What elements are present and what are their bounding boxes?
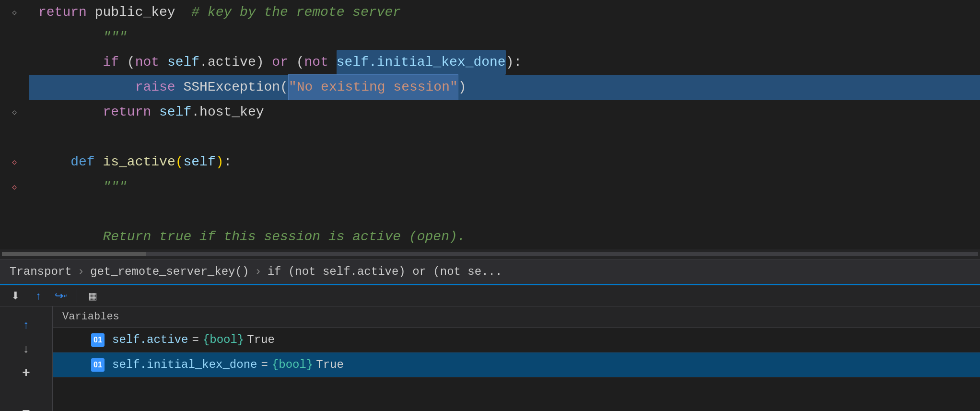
self-ref: self: [167, 50, 199, 75]
var-eq-1: =: [192, 333, 198, 346]
var-type-icon-1: 01: [91, 333, 105, 347]
var-type-icon-2: 01: [91, 358, 105, 372]
code-text: :: [224, 150, 232, 175]
nav-up-button[interactable]: ↑: [17, 315, 36, 334]
string-no-existing-session: "No existing session": [288, 74, 458, 100]
toolbar-separator: [77, 289, 77, 303]
code-line-raise[interactable]: raise SSHException( "No existing session…: [29, 75, 980, 100]
minus-button[interactable]: −: [17, 401, 36, 411]
code-line-def[interactable]: def is_active ( self ) :: [29, 150, 980, 175]
function-name: is_active: [103, 150, 175, 175]
paren-close: ): [216, 150, 224, 175]
code-line-return[interactable]: return public_key # key by the remote se…: [29, 0, 980, 25]
docstring-open2: """: [38, 175, 127, 200]
variables-label: Variables: [62, 311, 119, 323]
breadcrumb-if-condition[interactable]: if (not self.active) or (not se...: [268, 265, 502, 278]
self-param: self: [184, 150, 216, 175]
scrollbar-thumb[interactable]: [2, 252, 146, 256]
debug-panel: ⬇ ↑ ↪↵ ▦ ↑ ↓ + − Variables 01 self.acti: [0, 285, 980, 411]
code-text: [95, 150, 103, 175]
var-eq-2: =: [261, 358, 268, 371]
gutter-bookmark-2: ◇: [0, 100, 29, 125]
editor-area: ◇ ◇ ◇ ◇ return public_key # key by the r…: [0, 0, 980, 284]
breadcrumb-transport[interactable]: Transport: [10, 265, 72, 278]
code-text: .host_key: [191, 100, 264, 125]
code-text: (: [119, 50, 135, 75]
indent: [38, 150, 70, 175]
variables-panel: Variables 01 self.active = {bool} True 0…: [53, 306, 980, 411]
code-text: [328, 50, 337, 75]
variables-view-button[interactable]: ▦: [83, 286, 102, 305]
code-text: public_key: [87, 0, 191, 25]
code-line-docstring1: """: [29, 25, 980, 50]
var-type-1: {bool}: [203, 333, 244, 346]
self-initial-kex-done: self.initial_kex_done: [337, 50, 506, 75]
var-name-1: self.active: [112, 333, 188, 346]
gutter-bookmark-1: ◇: [0, 0, 29, 25]
breadcrumb-sep-1: ›: [78, 265, 84, 278]
add-button[interactable]: +: [17, 363, 36, 382]
debug-content: ↑ ↓ + − Variables 01 self.active = {bool…: [0, 306, 980, 411]
docstring-open: """: [38, 25, 127, 50]
gutter-bookmark-4: ◇: [0, 175, 29, 200]
debug-left-gutter: ↑ ↓ + −: [0, 306, 53, 411]
indent: [38, 100, 103, 125]
keyword-raise: raise: [135, 75, 175, 100]
variables-header: Variables: [53, 306, 980, 328]
var-value-2: True: [316, 358, 344, 371]
scrollbar-track[interactable]: [2, 252, 978, 256]
code-text: SSHException(: [175, 75, 288, 100]
code-container: ◇ ◇ ◇ ◇ return public_key # key by the r…: [0, 0, 980, 249]
code-line-return2[interactable]: return self .host_key: [29, 100, 980, 125]
code-line-blank2: [29, 200, 980, 224]
sidebar-icons: ↑ ↓ + −: [17, 311, 36, 411]
keyword-def: def: [70, 150, 94, 175]
gutter-empty-3: [0, 75, 29, 100]
horizontal-scrollbar[interactable]: [0, 249, 980, 259]
gutter-bookmark-3: ◇: [0, 150, 29, 175]
code-line-if[interactable]: if ( not self .active) or ( not self.ini…: [29, 50, 980, 75]
gutter-empty-4: [0, 125, 29, 150]
code-line-doc-comment: Return true if this session is active (o…: [29, 224, 980, 249]
keyword-return: return: [38, 0, 87, 25]
code-line-blank: [29, 125, 980, 150]
nav-down-button[interactable]: ↓: [17, 339, 36, 358]
var-name-2: self.initial_kex_done: [112, 358, 257, 371]
code-lines[interactable]: return public_key # key by the remote se…: [29, 0, 980, 249]
var-value-1: True: [247, 333, 275, 346]
code-text: (: [288, 50, 304, 75]
paren-open: (: [175, 150, 184, 175]
gutter-empty-6: [0, 224, 29, 249]
comment-text: # key by the remote server: [191, 0, 401, 25]
step-into-button[interactable]: ↪↵: [52, 286, 71, 305]
keyword-if: if: [103, 50, 119, 75]
indent: [38, 75, 135, 100]
code-text: [159, 50, 167, 75]
breadcrumb-get-remote[interactable]: get_remote_server_key(): [90, 265, 249, 278]
gutter-empty-1: [0, 25, 29, 50]
code-text: ):: [506, 50, 522, 75]
debug-toolbar: ⬇ ↑ ↪↵ ▦: [0, 285, 980, 306]
keyword-or: or: [272, 50, 288, 75]
code-text: ): [458, 75, 467, 100]
code-text: .active): [199, 50, 272, 75]
breadcrumb-sep-2: ›: [255, 265, 261, 278]
editor-gutter: ◇ ◇ ◇ ◇: [0, 0, 29, 249]
code-text: [151, 100, 159, 125]
variable-row-self-initial-kex-done[interactable]: 01 self.initial_kex_done = {bool} True: [53, 352, 980, 377]
step-over-button[interactable]: ↑: [29, 286, 48, 305]
indent: [38, 50, 103, 75]
breadcrumb-bar: Transport › get_remote_server_key() › if…: [0, 259, 980, 284]
self-ref2: self: [159, 100, 191, 125]
variable-row-self-active[interactable]: 01 self.active = {bool} True: [53, 328, 980, 352]
gutter-empty-5: [0, 200, 29, 224]
resume-button[interactable]: ⬇: [6, 286, 25, 305]
var-type-2: {bool}: [272, 358, 313, 371]
keyword-not1: not: [135, 50, 159, 75]
doc-comment-text: Return true if this session is active (o…: [38, 224, 466, 249]
keyword-not2: not: [304, 50, 328, 75]
code-line-docstring2: """: [29, 175, 980, 200]
keyword-return2: return: [103, 100, 151, 125]
gutter-empty-2: [0, 50, 29, 75]
